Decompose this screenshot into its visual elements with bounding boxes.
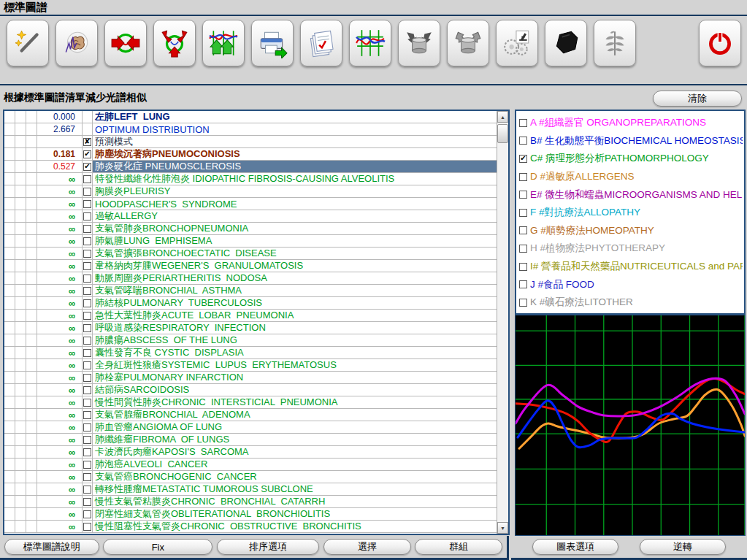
table-row[interactable]: ∞HOODPASCHER'S SYNDROME: [4, 198, 497, 210]
herb-plant-button[interactable]: [594, 20, 636, 66]
power-button[interactable]: [699, 20, 741, 66]
category-item[interactable]: K #礦石療法LITOTHER: [518, 294, 743, 312]
group-button[interactable]: 群組: [415, 539, 502, 555]
row-checkbox[interactable]: [83, 498, 91, 506]
row-checkbox[interactable]: [83, 411, 91, 419]
table-row[interactable]: ∞肺結核PULMONARY TUBERCULOSIS: [4, 297, 497, 310]
row-checkbox[interactable]: [83, 349, 91, 357]
category-checkbox[interactable]: [519, 173, 527, 181]
row-checkbox[interactable]: [83, 473, 91, 481]
table-row[interactable]: ∞全身紅斑性狼瘡SYSTEMIC LUPUS ERYTHEMATOSUS: [4, 359, 497, 372]
up-arrows-chart-button[interactable]: [202, 20, 245, 66]
category-checkbox[interactable]: [519, 299, 527, 307]
category-checkbox[interactable]: [519, 263, 527, 271]
row-checkbox[interactable]: [83, 423, 91, 431]
table-row[interactable]: ∞支氣管腺瘤BRONCHIAL ADENOMA: [4, 409, 497, 421]
row-checkbox[interactable]: [83, 523, 91, 531]
row-checkbox[interactable]: [83, 324, 91, 332]
row-checkbox[interactable]: [83, 436, 91, 444]
category-item[interactable]: H #植物療法PHYTOTHERAPY: [518, 239, 743, 258]
table-row[interactable]: ∞結節病SARCOIDOSIS: [4, 384, 497, 396]
record-cards-button[interactable]: [300, 20, 342, 66]
table-row[interactable]: ∞囊性發育不良 CYSTIC DISPLASIA: [4, 347, 497, 359]
row-checkbox[interactable]: [83, 299, 91, 307]
category-checkbox[interactable]: [519, 280, 527, 288]
table-row[interactable]: ∞支氣管癌BRONCHOGENIC CANCER: [4, 471, 497, 483]
scrollbar-thumb[interactable]: [497, 124, 508, 143]
row-checkbox[interactable]: [83, 200, 91, 208]
table-row[interactable]: ∞支氣管擴張BRONCHOECTATIC DISEASE: [4, 248, 497, 260]
table-row[interactable]: ∞韋格納肉芽腫WEGENER'S GRANULOMATOSIS: [4, 260, 497, 272]
table-row[interactable]: 0.000左肺LEFT LUNG: [4, 111, 497, 123]
table-row[interactable]: ∞肺泡癌ALVEOLI CANCER: [4, 459, 497, 471]
ring-arrows-converge-button[interactable]: [153, 20, 196, 66]
row-checkbox[interactable]: ✘: [83, 138, 91, 146]
row-checkbox[interactable]: [83, 399, 91, 407]
graph-grid-button[interactable]: [349, 20, 391, 66]
table-row[interactable]: ∞肺氣腫LUNG EMPHISEMA: [4, 235, 497, 248]
table-row[interactable]: ∞肺栓塞PULMONARY INFARCTION: [4, 372, 497, 384]
brain-button[interactable]: [55, 20, 98, 66]
table-row[interactable]: ∞支氣管哮喘BRONCHIAL ASTHMA: [4, 285, 497, 297]
category-item[interactable]: F #對抗療法ALLOPATHY: [518, 204, 743, 222]
scroll-up-button[interactable]: ▲: [497, 111, 508, 123]
table-row[interactable]: ∞肺纖維瘤FIBROMA OF LUNGS: [4, 434, 497, 446]
table-row[interactable]: ∞慢性支氣管粘膜炎CHRONIC BRONCHIAL CATARRH: [4, 496, 497, 508]
black-stone-button[interactable]: [545, 20, 587, 66]
table-row[interactable]: ∞急性大葉性肺炎ACUTE LOBAR PNEUMONIA: [4, 310, 497, 322]
chart-options-button[interactable]: 圖表選項: [532, 539, 618, 555]
category-checkbox[interactable]: [519, 191, 527, 199]
table-row[interactable]: ∞閉塞性細支氣管炎OBLITERATIONAL BRONCHIOLITIS: [4, 508, 497, 521]
magic-wand-button[interactable]: [7, 20, 49, 66]
table-row[interactable]: 2.667OPTIMUM DISTRIBUTION: [4, 123, 497, 136]
table-row[interactable]: 0.181✔肺塵埃沉著病PNEUMOCONIOSIS: [4, 148, 497, 161]
row-checkbox[interactable]: [83, 275, 91, 283]
table-row[interactable]: ∞過敏ALLERGY: [4, 210, 497, 223]
category-checkbox[interactable]: [519, 245, 527, 253]
table-row[interactable]: ∞肺膿瘍ABSCESS OF THE LUNG: [4, 334, 497, 347]
fix-button[interactable]: Fix: [103, 539, 212, 555]
row-checkbox[interactable]: [83, 374, 91, 382]
row-checkbox[interactable]: [83, 337, 91, 345]
row-checkbox[interactable]: [83, 510, 91, 518]
category-item[interactable]: I# 營養品和天然藥品NUTRICEUTICALS and PAR: [518, 258, 743, 276]
select-button[interactable]: 選擇: [323, 539, 411, 555]
category-item[interactable]: E# 微生物和蠕蟲MICROORGANISMS AND HELMI: [518, 185, 743, 204]
table-row[interactable]: ∞呼吸道感染RESPIRATORY INFECTION: [4, 322, 497, 334]
row-checkbox[interactable]: [83, 461, 91, 469]
row-checkbox[interactable]: ✔: [83, 150, 91, 158]
table-row[interactable]: ∞慢性阻塞性支氣管炎CHRONIC OBSTRUCTIVE BRONCHITIS: [4, 521, 497, 533]
table-row[interactable]: 0.527✔肺炎硬化症 PNEUMOSCLEROSIS: [4, 161, 497, 173]
printer-button[interactable]: [251, 20, 294, 66]
category-checkbox[interactable]: [519, 137, 527, 145]
row-checkbox[interactable]: [83, 287, 91, 295]
table-row[interactable]: ✘預測模式: [4, 136, 497, 148]
scroll-down-button[interactable]: ▼: [497, 522, 508, 534]
category-item[interactable]: B# 生化動態平衡BIOCHEMICAL HOMEOSTASIS: [518, 132, 743, 150]
ring-arrows-in-button[interactable]: [104, 20, 147, 66]
category-checkbox[interactable]: ✔: [519, 155, 527, 163]
row-checkbox[interactable]: [83, 225, 91, 233]
category-item[interactable]: ✔C# 病理形態分析PATHOMORPHOLOGY: [518, 150, 743, 168]
table-row[interactable]: ∞慢性間質性肺炎CHRONIC INTERSTICIAL PNEUMONIA: [4, 396, 497, 409]
etalon-description-button[interactable]: 標準圖譜說明: [4, 539, 99, 555]
row-checkbox[interactable]: [83, 448, 91, 456]
row-checkbox[interactable]: [83, 250, 91, 258]
table-row[interactable]: ∞支氣管肺炎BRONCHOPNEUMONIA: [4, 223, 497, 235]
row-checkbox[interactable]: [83, 386, 91, 394]
table-row[interactable]: ∞轉移性腫瘤METASTATIC TUMOROUS SUBCLONE: [4, 483, 497, 496]
row-checkbox[interactable]: [83, 486, 91, 494]
row-checkbox[interactable]: [83, 361, 91, 369]
category-item[interactable]: J #食品 FOOD: [518, 275, 743, 294]
container-empty-button[interactable]: [447, 20, 489, 66]
table-row[interactable]: ∞胸膜炎PLEURISY: [4, 185, 497, 198]
category-item[interactable]: D #過敏原ALLERGENS: [518, 168, 743, 186]
sort-options-button[interactable]: 排序選項: [217, 539, 319, 555]
vertical-scrollbar[interactable]: ▲ ▼: [497, 111, 508, 534]
row-checkbox[interactable]: [83, 175, 91, 183]
table-row[interactable]: ∞特發性纖維化性肺泡炎 IDIOPATHIC FIBROSIS-CAUSING …: [4, 173, 497, 185]
category-checkbox[interactable]: [519, 226, 527, 234]
row-checkbox[interactable]: [83, 237, 91, 245]
clear-button[interactable]: 清除: [653, 91, 742, 107]
table-row[interactable]: ∞肺血管瘤ANGIOMA OF LUNG: [4, 421, 497, 434]
